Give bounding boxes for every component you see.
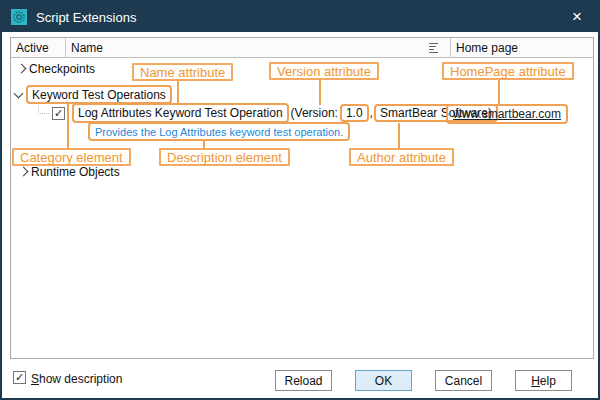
category-element-connector (67, 104, 69, 148)
tree-item-runtime-objects[interactable]: Runtime Objects (31, 165, 120, 179)
tree-item-keyword-test-operations[interactable]: Keyword Test Operations (32, 88, 166, 102)
window-title: Script Extensions (36, 10, 136, 25)
ok-button[interactable]: OK (355, 370, 412, 391)
show-description-checkbox[interactable]: ✓ (13, 371, 26, 384)
version-prefix-text: (Version: (289, 106, 340, 120)
help-button[interactable]: Help (515, 370, 572, 391)
name-attribute-connector (177, 80, 179, 105)
app-gear-icon (11, 9, 27, 25)
version-attribute-connector (319, 79, 321, 105)
version-highlight-box: 1.0 (340, 104, 369, 122)
extension-active-checkbox[interactable]: ✓ (52, 107, 65, 120)
reload-button[interactable]: Reload (275, 370, 332, 391)
tree-item-checkpoints[interactable]: Checkpoints (29, 62, 95, 76)
tree-branch-lines (38, 105, 49, 114)
name-highlight-box: Log Attributes Keyword Test Operation (72, 103, 289, 123)
homepage-highlight-box: www.smartbear.com (446, 104, 568, 124)
column-header-name[interactable]: Name (66, 38, 450, 58)
description-highlight-box: Provides the Log Attributes keyword test… (88, 122, 350, 141)
annotation-name-attribute: Name attribute (132, 63, 233, 81)
sort-ascending-icon (429, 43, 438, 53)
column-header-active[interactable]: Active (11, 38, 65, 58)
annotation-homepage-attribute: HomePage attribute (442, 62, 574, 80)
category-highlight-box: Keyword Test Operations (26, 85, 172, 104)
annotation-author-attribute: Author attribute (349, 148, 454, 166)
title-bar: Script Extensions × (2, 2, 598, 32)
extension-name-row[interactable]: Log Attributes Keyword Test Operation (V… (72, 103, 498, 123)
column-header-homepage[interactable]: Home page (451, 38, 593, 58)
annotation-description-element: Description element (159, 148, 290, 166)
homepage-link[interactable]: www.smartbear.com (453, 107, 561, 121)
annotation-version-attribute: Version attribute (269, 62, 379, 80)
annotation-category-element: Category element (12, 148, 131, 166)
script-extensions-dialog: Script Extensions × Active Name Home pag… (0, 0, 600, 400)
cancel-button[interactable]: Cancel (435, 370, 492, 391)
table-header: Active Name Home page (11, 38, 593, 58)
author-attribute-connector (398, 123, 400, 148)
close-icon[interactable]: × (556, 2, 598, 32)
show-description-label[interactable]: Show description (31, 372, 122, 386)
homepage-attribute-connector (498, 79, 500, 106)
